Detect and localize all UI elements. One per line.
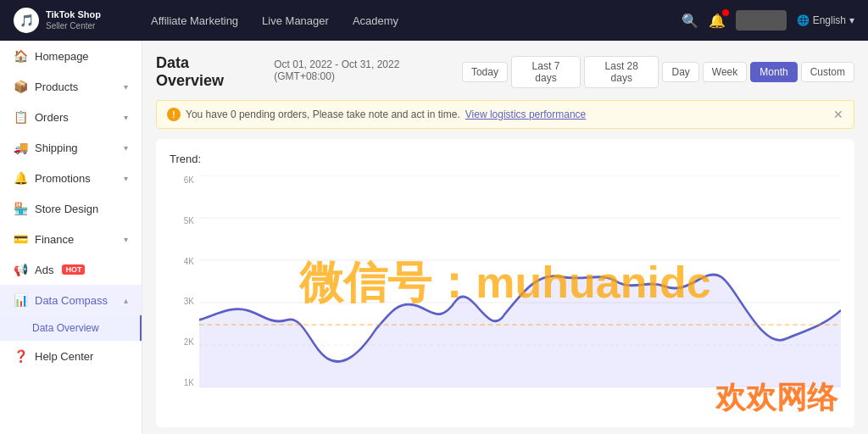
chevron-icon: ▾ bbox=[124, 113, 128, 122]
sidebar-item-ads[interactable]: 📢 Ads HOT bbox=[0, 254, 142, 285]
y-label-4k: 4K bbox=[184, 257, 194, 266]
search-icon-button[interactable]: 🔍 bbox=[682, 13, 698, 29]
chart-area: 6K 5K 4K 3K 2K 1K bbox=[170, 175, 841, 413]
data-compass-icon: 📊 bbox=[14, 293, 28, 307]
store-icon: 🏪 bbox=[14, 202, 28, 215]
shipping-icon: 🚚 bbox=[14, 141, 28, 154]
alert-link[interactable]: View logistics performance bbox=[465, 108, 587, 120]
top-navigation: 🎵 TikTok Shop Seller Center Affiliate Ma… bbox=[0, 0, 868, 41]
filter-last7[interactable]: Last 7 days bbox=[511, 56, 581, 88]
chevron-icon: ▾ bbox=[124, 82, 128, 92]
main-content: Data Overview Oct 01, 2022 - Oct 31, 202… bbox=[142, 41, 868, 434]
language-selector[interactable]: 🌐 English ▾ bbox=[797, 14, 854, 26]
finance-icon: 💳 bbox=[14, 232, 28, 246]
sidebar-item-store-design[interactable]: 🏪 Store Design bbox=[0, 193, 142, 224]
nav-right: 🔍 🔔 🌐 English ▾ bbox=[682, 10, 854, 31]
filter-last28[interactable]: Last 28 days bbox=[584, 56, 659, 88]
home-icon: 🏠 bbox=[14, 49, 28, 63]
ads-icon: 📢 bbox=[14, 263, 28, 276]
nav-academy[interactable]: Academy bbox=[353, 14, 398, 27]
filter-day[interactable]: Day bbox=[662, 62, 698, 82]
chevron-icon: ▾ bbox=[124, 235, 128, 244]
notification-badge bbox=[722, 9, 729, 16]
hot-badge: HOT bbox=[62, 264, 85, 275]
chart-title: Trend: bbox=[170, 153, 841, 165]
y-label-3k: 3K bbox=[184, 297, 194, 306]
logo-icon: 🎵 bbox=[14, 8, 39, 33]
products-icon: 📦 bbox=[14, 80, 28, 93]
sidebar-item-shipping[interactable]: 🚚 Shipping ▾ bbox=[0, 132, 142, 163]
nav-affiliate-marketing[interactable]: Affiliate Marketing bbox=[151, 14, 238, 27]
nav-links: Affiliate Marketing Live Manager Academy bbox=[151, 14, 654, 27]
y-label-5k: 5K bbox=[184, 216, 194, 225]
filter-today[interactable]: Today bbox=[462, 62, 508, 82]
filter-buttons: Today Last 7 days Last 28 days Day Week … bbox=[462, 56, 854, 88]
y-label-6k: 6K bbox=[184, 175, 194, 185]
sidebar: 🏠 Homepage 📦 Products ▾ 📋 Orders ▾ 🚚 Shi… bbox=[0, 41, 142, 434]
alert-text: You have 0 pending orders, Please take n… bbox=[186, 108, 460, 120]
trend-chart bbox=[199, 175, 841, 387]
chevron-icon: ▾ bbox=[124, 174, 128, 183]
close-alert-button[interactable]: ✕ bbox=[833, 108, 843, 121]
help-icon: ❓ bbox=[14, 349, 28, 363]
alert-banner: ! You have 0 pending orders, Please take… bbox=[156, 100, 854, 129]
logo-text: TikTok Shop Seller Center bbox=[46, 9, 101, 31]
sidebar-subitem-data-overview[interactable]: Data Overview bbox=[0, 315, 142, 341]
y-axis: 6K 5K 4K 3K 2K 1K bbox=[170, 175, 199, 387]
app-layout: 🏠 Homepage 📦 Products ▾ 📋 Orders ▾ 🚚 Shi… bbox=[0, 41, 868, 434]
sidebar-item-orders[interactable]: 📋 Orders ▾ bbox=[0, 102, 142, 132]
y-label-2k: 2K bbox=[184, 337, 194, 347]
nav-live-manager[interactable]: Live Manager bbox=[262, 14, 329, 27]
user-avatar[interactable] bbox=[736, 10, 787, 31]
chart-container: Trend: 微信号：muhuanidc 欢欢网络 6K 5K 4K 3K 2K… bbox=[156, 139, 854, 427]
sidebar-item-finance[interactable]: 💳 Finance ▾ bbox=[0, 224, 142, 254]
y-label-1k: 1K bbox=[184, 378, 194, 387]
filter-month[interactable]: Month bbox=[750, 62, 797, 82]
chart-svg-area bbox=[199, 175, 841, 387]
chevron-icon: ▴ bbox=[124, 296, 128, 305]
filter-custom[interactable]: Custom bbox=[801, 62, 854, 82]
sidebar-item-homepage[interactable]: 🏠 Homepage bbox=[0, 41, 142, 71]
sidebar-item-data-compass[interactable]: 📊 Data Compass ▴ bbox=[0, 285, 142, 315]
content-header: Data Overview Oct 01, 2022 - Oct 31, 202… bbox=[156, 54, 854, 90]
promotions-icon: 🔔 bbox=[14, 171, 28, 185]
notification-bell[interactable]: 🔔 bbox=[709, 13, 726, 29]
filter-week[interactable]: Week bbox=[703, 62, 747, 82]
sidebar-item-promotions[interactable]: 🔔 Promotions ▾ bbox=[0, 163, 142, 193]
date-range: Oct 01, 2022 - Oct 31, 2022 (GMT+08:00) bbox=[274, 58, 462, 82]
alert-icon: ! bbox=[167, 108, 181, 121]
sidebar-item-products[interactable]: 📦 Products ▾ bbox=[0, 71, 142, 102]
page-title: Data Overview bbox=[156, 54, 260, 90]
chevron-icon: ▾ bbox=[124, 143, 128, 153]
sidebar-item-help-center[interactable]: ❓ Help Center bbox=[0, 341, 142, 371]
orders-icon: 📋 bbox=[14, 110, 28, 124]
logo[interactable]: 🎵 TikTok Shop Seller Center bbox=[14, 8, 124, 33]
